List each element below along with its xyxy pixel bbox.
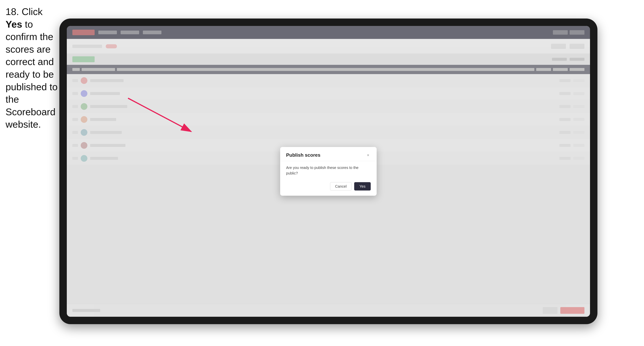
modal-title: Publish scores bbox=[286, 152, 320, 158]
modal-footer: Cancel Yes bbox=[280, 180, 377, 196]
instruction-text: 18. Click Yes to confirm the scores are … bbox=[6, 5, 59, 131]
tablet-screen: Publish scores × Are you ready to publis… bbox=[67, 26, 590, 317]
step-number: 18. bbox=[6, 6, 19, 17]
tablet-device: Publish scores × Are you ready to publis… bbox=[59, 18, 598, 324]
instruction-bold: Yes bbox=[6, 19, 22, 30]
instruction-text-part2: to confirm the scores are correct and re… bbox=[6, 19, 58, 130]
modal-header: Publish scores × bbox=[280, 147, 377, 161]
modal-message: Are you ready to publish these scores to… bbox=[286, 165, 371, 176]
instruction-text-part1: Click bbox=[19, 6, 42, 17]
publish-scores-modal: Publish scores × Are you ready to publis… bbox=[280, 147, 377, 196]
modal-close-button[interactable]: × bbox=[366, 153, 371, 158]
modal-cancel-button[interactable]: Cancel bbox=[330, 182, 352, 190]
modal-yes-button[interactable]: Yes bbox=[354, 182, 371, 190]
modal-body: Are you ready to publish these scores to… bbox=[280, 161, 377, 180]
